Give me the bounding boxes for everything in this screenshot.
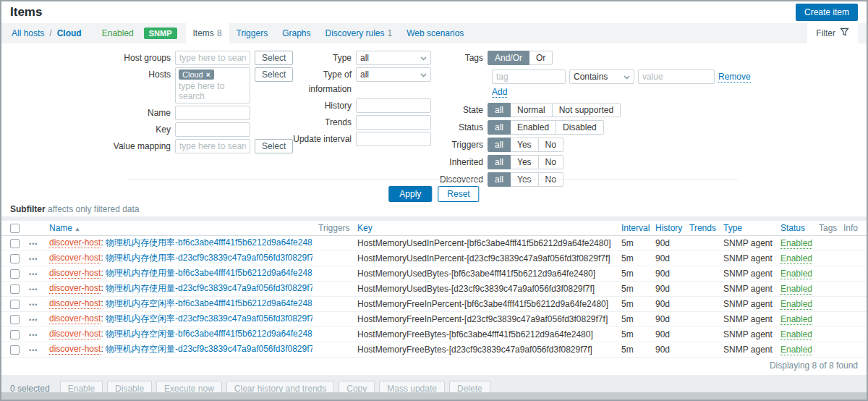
item-name-link[interactable]: 物理机内存使用率-d23cf9c3839c47a9af056fd3f0829f7… [106,253,312,263]
tag-remove-link[interactable]: Remove [718,72,751,83]
item-name-link[interactable]: 物理机内存使用量-bf6c3abe4fff41f5b6212d9a64fe248… [106,268,312,278]
triggers-option-all[interactable]: all [488,138,511,152]
item-host-prefix[interactable]: discover-host [49,283,101,294]
tab-graphs[interactable]: Graphs [275,23,318,43]
item-host-prefix[interactable]: discover-host [49,298,101,309]
filter-toggle-tab[interactable]: Filter [807,23,858,43]
item-name-link[interactable]: 物理机内存使用率-bf6c3abe4fff41f5b6212d9a64fe248… [106,237,312,248]
tag-name-input[interactable] [492,69,566,84]
host-chip-remove-icon[interactable]: × [206,71,210,79]
type-of-information-label: Type of information [280,67,356,96]
row-context-menu-icon[interactable]: ••• [29,286,38,293]
key-filter-input[interactable] [175,122,250,137]
subfilter-note: affects only filtered data [48,204,140,214]
triggers-option-yes[interactable]: Yes [510,138,539,152]
row-checkbox[interactable] [10,269,20,279]
state-option-all[interactable]: all [488,103,511,117]
tag-add-link[interactable]: Add [492,87,507,98]
create-item-button[interactable]: Create item [796,4,858,21]
row-checkbox[interactable] [10,315,20,324]
row-context-menu-icon[interactable]: ••• [29,271,38,278]
host-groups-input[interactable] [175,51,250,65]
item-host-prefix[interactable]: discover-host [49,253,101,263]
update-interval-input[interactable] [356,132,431,146]
row-context-menu-icon[interactable]: ••• [29,332,38,339]
row-checkbox[interactable] [10,239,20,248]
tab-discovery-rules[interactable]: Discovery rules 1 [318,23,400,43]
item-status[interactable]: Enabled [780,284,812,295]
state-option-normal[interactable]: Normal [510,103,553,117]
tab-web-scenarios[interactable]: Web scenarios [399,23,471,43]
tags-operator-andor[interactable]: And/Or [488,51,529,65]
item-status[interactable]: Enabled [780,314,812,325]
name-filter-input[interactable] [175,106,250,120]
row-checkbox[interactable] [10,284,20,294]
tag-value-input[interactable] [638,69,715,84]
item-host-prefix[interactable]: discover-host [49,313,101,324]
discovered-option-all[interactable]: all [488,172,511,187]
item-status[interactable]: Enabled [780,269,812,279]
breadcrumb-host[interactable]: Cloud [57,28,82,38]
host-groups-label: Host groups [106,51,175,65]
sort-by-interval[interactable]: Interval [621,223,650,233]
triggers-option-no[interactable]: No [538,138,563,152]
item-name-link[interactable]: 物理机内存空闲量-d23cf9c3839c47a9af056fd3f0829f7… [106,344,312,354]
inherited-segment: all Yes No [488,155,563,169]
item-host-prefix[interactable]: discover-host [49,268,101,279]
reset-button[interactable]: Reset [438,186,479,202]
row-context-menu-icon[interactable]: ••• [29,347,38,354]
row-checkbox[interactable] [10,300,20,309]
item-interval: 5m [620,342,654,357]
row-checkbox[interactable] [10,345,20,355]
item-status[interactable]: Enabled [780,345,812,355]
item-host-prefix[interactable]: discover-host [49,344,101,355]
sort-by-type[interactable]: Type [723,223,742,233]
trends-filter-input[interactable] [356,115,431,130]
status-option-disabled[interactable]: Disabled [556,120,604,135]
tab-items[interactable]: Items 8 [186,23,229,43]
displaying-count: Displaying 8 of 8 found [1,358,867,375]
row-context-menu-icon[interactable]: ••• [29,256,38,263]
item-name-link[interactable]: 物理机内存空闲率-d23cf9c3839c47a9af056fd3f0829f7… [106,313,312,324]
inherited-option-no[interactable]: No [538,155,563,169]
item-tags [814,296,839,311]
item-status[interactable]: Enabled [780,299,812,310]
item-history: 90d [654,266,688,281]
tab-triggers[interactable]: Triggers [229,23,276,43]
row-checkbox[interactable] [10,254,20,263]
sort-by-history[interactable]: History [655,223,682,233]
sort-by-status[interactable]: Status [780,223,805,233]
item-name-link[interactable]: 物理机内存空闲率-bf6c3abe4fff41f5b6212d9a64fe248… [106,298,312,308]
item-host-prefix[interactable]: discover-host [49,329,101,339]
value-mapping-input[interactable] [175,139,250,153]
item-interval: 5m [620,235,654,250]
item-status[interactable]: Enabled [780,329,812,340]
host-chip: Cloud × [179,69,214,80]
item-name-link[interactable]: 物理机内存使用量-d23cf9c3839c47a9af056fd3f0829f7… [106,283,312,293]
state-option-not-supported[interactable]: Not supported [552,103,621,117]
history-filter-input[interactable] [356,98,431,113]
tag-condition-select[interactable]: Contains [569,69,634,84]
breadcrumb-all-hosts[interactable]: All hosts [12,28,44,38]
status-option-all[interactable]: all [488,120,511,135]
inherited-option-all[interactable]: all [488,155,511,169]
item-status[interactable]: Enabled [780,253,812,264]
type-of-information-select[interactable]: all [356,67,431,82]
sort-by-name[interactable]: Name▲ [49,223,80,233]
row-context-menu-icon[interactable]: ••• [29,316,38,324]
status-option-enabled[interactable]: Enabled [510,120,556,135]
item-host-prefix[interactable]: discover-host [49,237,101,248]
row-context-menu-icon[interactable]: ••• [29,301,38,308]
tags-operator-or[interactable]: Or [529,51,553,65]
row-context-menu-icon[interactable]: ••• [29,240,38,248]
item-status[interactable]: Enabled [780,238,812,249]
select-all-checkbox[interactable] [10,224,20,233]
hosts-multiselect[interactable]: Cloud × type here to search [175,67,250,104]
sort-by-key[interactable]: Key [357,223,373,233]
inherited-option-yes[interactable]: Yes [510,155,539,169]
type-select[interactable]: all [356,51,431,65]
item-name-link[interactable]: 物理机内存空闲量-bf6c3abe4fff41f5b6212d9a64fe248… [106,329,312,339]
apply-button[interactable]: Apply [388,186,432,202]
sort-by-trends[interactable]: Trends [689,223,716,233]
row-checkbox[interactable] [10,330,20,339]
